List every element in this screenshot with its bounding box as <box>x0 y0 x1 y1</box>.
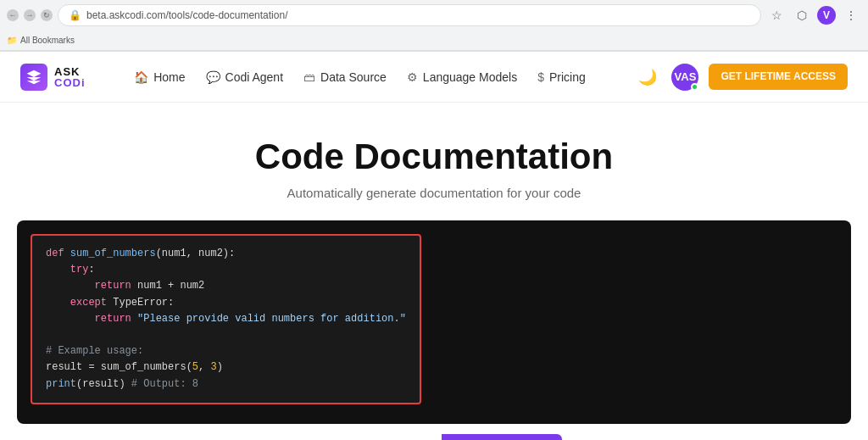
home-icon: 🏠 <box>134 70 148 84</box>
browser-forward-button[interactable]: → <box>24 9 36 21</box>
site-nav: 🏠 Home 💬 Codi Agent 🗃 Data Source ⚙ Lang… <box>134 70 586 84</box>
browser-chrome: ← → ↻ 🔒 beta.askcodi.com/tools/code-docu… <box>0 0 868 52</box>
nav-language-models[interactable]: ⚙ Language Models <box>407 70 517 84</box>
logo-codi: CODi <box>54 77 86 88</box>
code-block[interactable]: def sum_of_numbers(num1, num2): try: ret… <box>31 234 421 404</box>
page-subtitle: Automatically generate documentation for… <box>20 186 848 200</box>
bookmarks-bar: 📁 All Bookmarks <box>0 31 868 51</box>
avatar-online-dot <box>691 83 698 91</box>
nav-pricing[interactable]: $ Pricing <box>537 70 586 84</box>
logo-text: ASK CODi <box>54 66 86 88</box>
header-right: 🌙 VAS GET LIFETIME ACCESS <box>634 64 848 91</box>
extensions-button[interactable]: ⬡ <box>792 5 812 25</box>
code-content: def sum_of_numbers(num1, num2): try: ret… <box>46 246 406 393</box>
logo-ask: ASK <box>54 66 86 77</box>
hero-section: Code Documentation Automatically generat… <box>0 103 868 220</box>
nav-home-label: Home <box>153 70 185 84</box>
avatar-initials: VAS <box>675 70 697 83</box>
nav-pricing-label: Pricing <box>549 70 586 84</box>
bottom-toolbar: Python 3 GENERATE BASE ▼ <box>0 424 868 440</box>
menu-button[interactable]: ⋮ <box>841 5 861 25</box>
address-icon: 🔒 <box>69 9 81 21</box>
avatar[interactable]: VAS <box>671 64 698 91</box>
nav-language-models-label: Language Models <box>423 70 517 84</box>
nav-home[interactable]: 🏠 Home <box>134 70 185 84</box>
browser-back-button[interactable]: ← <box>7 9 19 21</box>
browser-refresh-button[interactable]: ↻ <box>41 9 53 21</box>
nav-data-source-label: Data Source <box>320 70 387 84</box>
pricing-icon: $ <box>537 70 544 84</box>
profile-button[interactable]: V <box>817 6 836 25</box>
address-bar[interactable]: 🔒 beta.askcodi.com/tools/code-documentat… <box>58 4 761 26</box>
page-title: Code Documentation <box>20 136 848 177</box>
bookmarks-icon: 📁 <box>7 36 17 45</box>
data-source-icon: 🗃 <box>303 70 315 84</box>
site-header: ASK CODi 🏠 Home 💬 Codi Agent 🗃 Data Sour… <box>0 52 868 103</box>
logo-svg <box>25 69 42 86</box>
nav-data-source[interactable]: 🗃 Data Source <box>303 70 387 84</box>
generate-button[interactable]: GENERATE BASE ▼ <box>442 434 561 440</box>
url-text: beta.askcodi.com/tools/code-documentatio… <box>86 9 287 21</box>
site-content: ASK CODi 🏠 Home 💬 Codi Agent 🗃 Data Sour… <box>0 52 868 440</box>
logo[interactable]: ASK CODi <box>20 64 86 91</box>
bookmarks-label: All Bookmarks <box>20 36 75 45</box>
star-button[interactable]: ☆ <box>766 5 787 25</box>
codi-agent-icon: 💬 <box>206 70 220 84</box>
theme-toggle-button[interactable]: 🌙 <box>634 64 661 91</box>
cta-button[interactable]: GET LIFETIME ACCESS <box>709 64 848 91</box>
nav-codi-agent[interactable]: 💬 Codi Agent <box>206 70 284 84</box>
code-area[interactable]: def sum_of_numbers(num1, num2): try: ret… <box>17 220 851 424</box>
nav-codi-agent-label: Codi Agent <box>225 70 284 84</box>
language-models-icon: ⚙ <box>407 70 418 84</box>
logo-icon <box>20 64 47 91</box>
